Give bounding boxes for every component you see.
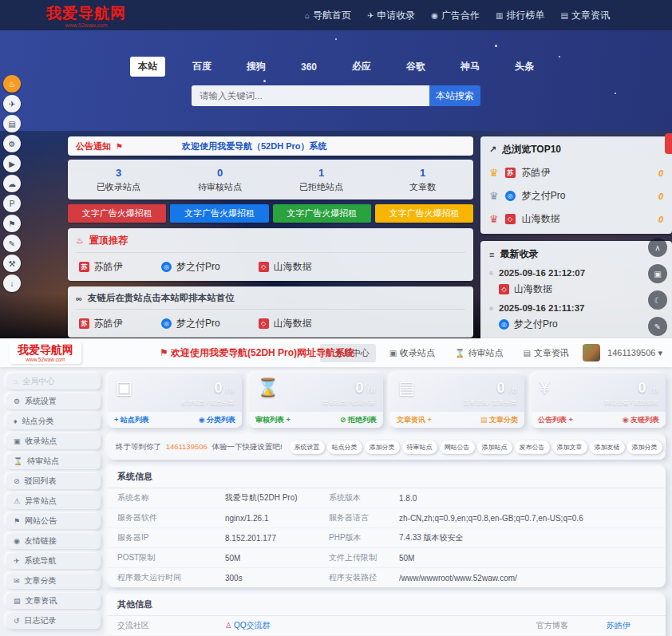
scroll-top-button[interactable]: ∧ [648, 238, 667, 257]
text-ad-banner-red[interactable]: 文字广告火爆招租 [68, 204, 166, 223]
tab-sogou[interactable]: 搜狗 [239, 57, 274, 77]
text-ad-banner-yellow[interactable]: 文字广告火爆招租 [375, 204, 473, 223]
floating-button[interactable]: ⚒ [3, 255, 21, 272]
sidebar-item-article-categories[interactable]: ✉文章分类 [6, 573, 101, 589]
nav-item-articles[interactable]: ▤文章资讯 [561, 9, 610, 22]
floating-button[interactable]: ⚙ [3, 135, 21, 152]
quick-button[interactable]: 网站公告 [440, 440, 475, 454]
top10-row[interactable]: ♛ ◇ 山海数据 0 [489, 212, 663, 226]
screenshot-button[interactable]: ▣ [648, 264, 667, 283]
edit-button[interactable]: ✎ [648, 317, 667, 336]
card-footer-link[interactable]: ◉ 友链列表 [623, 415, 659, 425]
floating-button[interactable]: P [3, 195, 21, 212]
sidebar-item-rejected-list[interactable]: ⊘驳回列表 [6, 473, 101, 489]
quick-button[interactable]: 添加分类 [365, 440, 400, 454]
quick-button[interactable]: 发布公告 [515, 440, 550, 454]
latest-item[interactable]: 2025-09-16 21:12:07 ◇山海数据 [489, 268, 663, 296]
tab-google[interactable]: 谷歌 [398, 57, 433, 77]
qq-group-link[interactable]: QQ交流群 [234, 621, 271, 630]
tab-baidu[interactable]: 百度 [184, 57, 219, 77]
card-footer-link[interactable]: ▤ 文章分类 [480, 415, 518, 425]
nav-item-home[interactable]: ⌂导航首页 [305, 9, 351, 22]
nav-label: 申请收录 [377, 9, 415, 22]
site-favicon: ◇ [505, 214, 516, 224]
sidebar-item-system-nav[interactable]: ✈系统导航 [6, 553, 101, 569]
user-id-link[interactable]: 1461139506 [166, 442, 208, 451]
floating-button[interactable]: ✎ [3, 235, 21, 252]
tab-toutiao[interactable]: 头条 [507, 57, 542, 77]
tab-local[interactable]: 本站 [130, 57, 165, 77]
site-link[interactable]: ◎梦之付Pro [161, 317, 220, 330]
floating-button[interactable]: ↓ [3, 275, 21, 292]
floating-button[interactable]: ▶ [3, 155, 21, 172]
qq-icon: ♙ [225, 621, 232, 630]
username-dropdown[interactable]: 1461139506 ▾ [607, 348, 662, 358]
menu-item-articles[interactable]: ▤文章资讯 [517, 344, 575, 362]
latest-item[interactable]: 2025-09-16 21:11:37 ◎梦之付Pro [489, 303, 663, 331]
quick-button[interactable]: 添加文章 [552, 440, 587, 454]
search-button[interactable]: 本站搜索 [429, 85, 480, 106]
top-recommend-title: 置顶推荐 [89, 234, 128, 247]
announcement-text[interactable]: 欢迎使用我爱导航（52DH Pro）系统 [182, 140, 327, 152]
stat-value: 1 [372, 167, 473, 179]
sidebar-item-included-sites[interactable]: ▣收录站点 [6, 433, 101, 449]
site-link[interactable]: 苏苏皓伊 [79, 260, 123, 274]
page: 我爱导航网 www.52waw.com ⌂导航首页 ✈申请收录 ◉广告合作 ▥排… [0, 0, 672, 636]
floating-button[interactable]: ✈ [3, 95, 21, 113]
quick-button[interactable]: 添加友链 [590, 440, 625, 454]
tab-bing[interactable]: 必应 [344, 57, 379, 77]
card-footer-link[interactable]: + 站点列表 [114, 415, 149, 425]
card-footer-link[interactable]: ◉ 分类列表 [199, 415, 235, 425]
eye-icon: ◉ [14, 537, 20, 545]
sidebar-item-friend-links[interactable]: ◉友情链接 [6, 533, 101, 549]
side-tab[interactable] [665, 133, 672, 154]
quick-button[interactable]: 系统设置 [290, 440, 325, 454]
site-logo[interactable]: 我爱导航网 www.52waw.com [46, 3, 126, 28]
quick-button[interactable]: 待审站点 [402, 440, 437, 454]
nav-item-rank[interactable]: ▥排行榜单 [496, 9, 544, 22]
sidebar-item-abnormal-sites[interactable]: ⚠异常站点 [6, 493, 101, 509]
floating-button-hot[interactable]: ♨ [3, 75, 21, 93]
quick-button[interactable]: 添加文章分类 [665, 440, 666, 454]
text-ad-banner-green[interactable]: 文字广告火爆招租 [273, 204, 371, 223]
quick-button[interactable]: 添加站点 [477, 440, 512, 454]
sidebar-item-logs[interactable]: ↺日志记录 [6, 613, 101, 629]
user-avatar[interactable] [583, 344, 600, 361]
site-favicon: ◇ [499, 284, 509, 294]
floating-button[interactable]: ⚑ [3, 215, 21, 232]
site-favicon: ◇ [259, 262, 269, 272]
card-footer-link[interactable]: 审核列表 + [255, 415, 291, 425]
card-footer-link[interactable]: 公告列表 + [538, 415, 573, 425]
card-footer-link[interactable]: ⊘ 拒绝列表 [340, 415, 377, 425]
site-link[interactable]: ◇山海数据 [259, 317, 312, 330]
official-blog-link[interactable]: 苏皓伊 [607, 621, 630, 630]
menu-item-pending[interactable]: ⌛待审站点 [449, 344, 509, 362]
site-link[interactable]: 苏苏皓伊 [79, 317, 123, 330]
nav-item-ads[interactable]: ◉广告合作 [431, 9, 480, 22]
sidebar-item-articles[interactable]: ▤文章资讯 [6, 593, 101, 609]
sidebar-item-announcements[interactable]: ⚑网站公告 [6, 513, 101, 529]
top10-row[interactable]: ♛ 苏 苏皓伊 0 [489, 166, 663, 180]
site-link[interactable]: ◎梦之付Pro [161, 260, 220, 274]
site-link[interactable]: ◇山海数据 [259, 260, 312, 274]
theme-button[interactable]: ☾ [648, 290, 667, 310]
floating-button[interactable]: ☁ [3, 175, 21, 192]
menu-item-dashboard[interactable]: ⌂全局中心 [320, 344, 376, 362]
nav-item-submit[interactable]: ✈申请收录 [367, 9, 415, 22]
card-footer-link[interactable]: 文章资讯 + [397, 415, 432, 425]
quick-button[interactable]: 添加分类 [627, 440, 662, 454]
tab-shenma[interactable]: 神马 [453, 57, 488, 77]
sidebar-item-settings[interactable]: ⚙系统设置 [6, 393, 101, 409]
search-input[interactable] [192, 85, 429, 106]
top10-row[interactable]: ♛ ◎ 梦之付Pro 0 [489, 189, 663, 203]
latest-time: 2025-09-16 21:12:07 [499, 268, 585, 278]
menu-item-sites[interactable]: ▣收录站点 [383, 344, 441, 362]
sidebar-item-site-categories[interactable]: ♦站点分类 [6, 413, 101, 429]
tab-360[interactable]: 360 [293, 58, 325, 76]
sidebar-item-dashboard[interactable]: ⌂全局中心 [6, 373, 101, 389]
sidebar-item-pending-sites[interactable]: ⌛待审站点 [6, 453, 101, 469]
floating-button[interactable]: ▤ [3, 115, 21, 132]
text-ad-banner-blue[interactable]: 文字广告火爆招租 [170, 204, 268, 223]
quick-button[interactable]: 站点分类 [327, 440, 362, 454]
admin-logo[interactable]: 我爱导航网 www.52waw.com [10, 342, 81, 364]
